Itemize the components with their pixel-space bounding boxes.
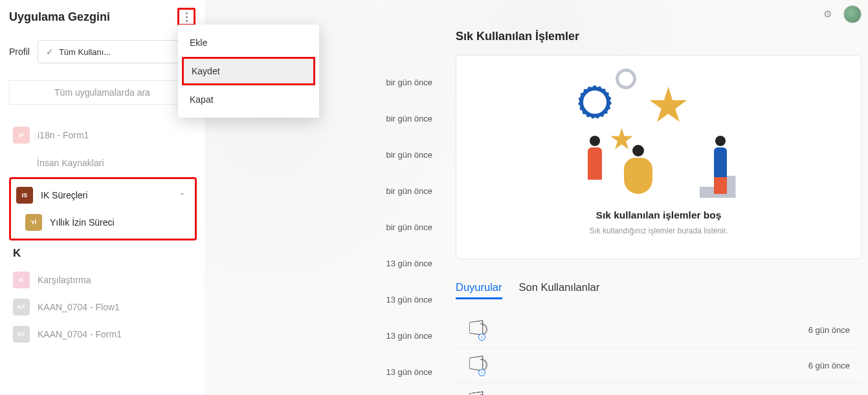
gear-icon[interactable]: ⚙ [823,8,832,20]
app-label: KAAN_0704 - Flow1 [38,302,195,312]
app-label: KAAN_0704 - Form1 [38,329,195,339]
dropdown-add[interactable]: Ekle [178,28,319,57]
app-label: i18n - Form1 [38,130,195,140]
megaphone-icon: i [467,321,488,338]
avatar[interactable] [843,5,862,23]
profile-select[interactable]: ✓ Tüm Kullanı... ⌄ [38,40,195,63]
megaphone-icon: i [467,357,488,374]
app-badge: Yİ [25,214,42,231]
more-button[interactable] [177,8,195,26]
announcement-item[interactable]: i 6 gün önce [456,348,862,383]
sidebar-item-kaan-flow[interactable]: KF KAAN_0704 - Flow1 [9,294,205,321]
announcement-item[interactable]: i Öğlen 7 gün önce [456,383,862,395]
app-label: Yıllık İzin Süreci [50,217,184,228]
app-badge: K [13,272,30,288]
section-letter-k: K [9,240,205,266]
search-placeholder: Tüm uygulamalarda ara [54,87,150,98]
announcement-time: 6 gün önce [808,325,850,335]
favorites-empty-subtitle: Sık kullandığınız işlemler burada listen… [589,226,728,235]
check-icon: ✓ [46,47,54,57]
sidebar-title: Uygulama Gezgini [9,10,110,24]
tab-announcements[interactable]: Duyurular [456,281,502,299]
sidebar-item-insan[interactable]: İnsan Kaynaklari [9,149,205,177]
announcement-item[interactable]: i 6 gün önce [456,312,862,348]
tab-recently-used[interactable]: Son Kullanılanlar [519,281,600,299]
announcement-time: 6 gün önce [808,361,850,370]
chevron-up-icon: ⌃ [179,192,184,199]
sidebar-item-i18n[interactable]: IF i18n - Form1 [9,122,205,149]
favorites-card: Sık kullanılan işlemler boş Sık kullandı… [456,55,862,259]
sidebar-item-ik[interactable]: IS IK Süreçleri ⌃ [12,182,194,209]
favorites-title: Sık Kullanılan İşlemler [456,30,862,43]
announcements-list: i 6 gün önce i 6 gün önce i Öğlen 7 gün … [456,312,862,395]
sidebar-item-yillik[interactable]: Yİ Yıllık İzin Süreci [12,209,194,236]
dropdown-close[interactable]: Kapat [178,85,319,114]
app-label: Karşılaştırma [38,275,195,285]
profile-selected-text: Tüm Kullanı... [59,47,177,57]
tabs: Duyurular Son Kullanılanlar [456,281,862,299]
app-badge: IF [13,127,30,144]
app-badge: KF [13,326,30,343]
profile-label: Profil [9,47,30,57]
highlighted-group: IS IK Süreçleri ⌃ Yİ Yıllık İzin Süreci [9,177,197,240]
app-label: IK Süreçleri [41,190,172,200]
sidebar-item-kars[interactable]: K Karşılaştırma [9,266,205,294]
megaphone-icon: i [467,392,488,395]
sidebar: Uygulama Gezgini Profil ✓ Tüm Kullanı...… [0,0,205,395]
app-badge: KF [13,299,30,315]
more-dropdown: Ekle Kaydet Kapat [178,25,319,118]
favorites-empty-title: Sık kullanılan işlemler boş [596,209,722,221]
empty-illustration [584,69,733,198]
app-badge: IS [16,187,33,204]
sidebar-item-kaan-form[interactable]: KF KAAN_0704 - Form1 [9,321,205,348]
search-input[interactable]: Tüm uygulamalarda ara ⌕ [9,80,195,105]
dropdown-save[interactable]: Kaydet [182,57,315,85]
